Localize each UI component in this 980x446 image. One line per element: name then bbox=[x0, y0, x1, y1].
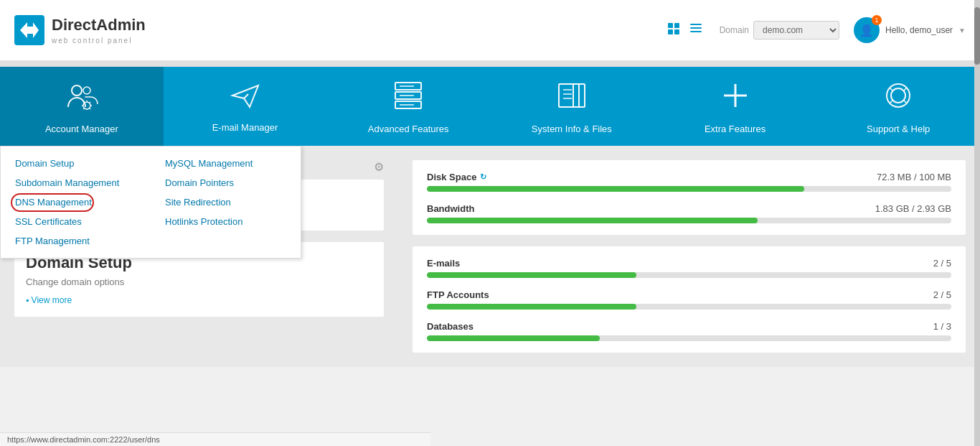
svg-line-17 bbox=[89, 108, 90, 110]
dropdown-dns-management[interactable]: DNS Management bbox=[1, 192, 151, 212]
account-manager-icon bbox=[65, 81, 98, 116]
disk-bandwidth-card: Disk Space ↻ 72.3 MB / 100 MB Bandwidth … bbox=[413, 160, 966, 235]
dropdown-ssl-certificates[interactable]: SSL Certificates bbox=[1, 212, 151, 231]
emails-progress-fill bbox=[427, 272, 636, 278]
dropdown-site-redirection[interactable]: Site Redirection bbox=[151, 192, 301, 212]
app-subtitle: web control panel bbox=[52, 37, 132, 45]
nav-label-advanced-features: Advanced Features bbox=[368, 124, 449, 134]
disk-space-stat: Disk Space ↻ 72.3 MB / 100 MB bbox=[427, 172, 951, 192]
svg-line-36 bbox=[903, 88, 906, 92]
emails-label: E-mails bbox=[427, 258, 460, 269]
domain-setup-desc: Change domain options bbox=[26, 277, 372, 287]
bandwidth-value: 1.83 GB / 2.93 GB bbox=[875, 203, 951, 214]
user-area[interactable]: 👤 1 Hello, demo_user ▼ bbox=[854, 17, 966, 43]
svg-line-35 bbox=[890, 88, 893, 92]
view-toggle bbox=[664, 19, 705, 42]
chevron-down-icon: ▼ bbox=[958, 27, 966, 34]
dropdown-col-2: MySQL Management Domain Pointers Site Re… bbox=[151, 147, 301, 258]
dropdown-domain-pointers[interactable]: Domain Pointers bbox=[151, 173, 301, 192]
databases-stat: Databases 1 / 3 bbox=[427, 321, 951, 341]
svg-point-34 bbox=[891, 88, 905, 103]
databases-value: 1 / 3 bbox=[933, 321, 951, 332]
dropdown-mysql-management[interactable]: MySQL Management bbox=[151, 154, 301, 173]
disk-space-progress-bg bbox=[427, 186, 951, 192]
nav-item-extra-features[interactable]: Extra Features bbox=[654, 67, 817, 146]
extra-features-icon bbox=[721, 81, 750, 116]
databases-label: Databases bbox=[427, 321, 473, 332]
svg-point-9 bbox=[72, 85, 82, 96]
databases-progress-fill bbox=[427, 335, 600, 341]
refresh-icon[interactable]: ↻ bbox=[480, 172, 486, 182]
ftp-progress-bg bbox=[427, 304, 951, 310]
emails-value: 2 / 5 bbox=[933, 258, 951, 269]
logo-icon bbox=[14, 15, 44, 45]
dropdown-col-1: Domain Setup Subdomain Management DNS Ma… bbox=[1, 147, 151, 258]
settings-icon[interactable]: ⚙ bbox=[374, 161, 384, 173]
svg-rect-3 bbox=[674, 23, 679, 28]
svg-point-10 bbox=[83, 87, 90, 94]
notification-badge: 1 bbox=[872, 15, 882, 25]
bandwidth-stat: Bandwidth 1.83 GB / 2.93 GB bbox=[427, 203, 951, 223]
scrollbar-thumb[interactable] bbox=[974, 7, 980, 65]
bandwidth-label: Bandwidth bbox=[427, 203, 474, 214]
dropdown-ftp-management[interactable]: FTP Management bbox=[1, 231, 151, 251]
svg-point-33 bbox=[887, 84, 910, 107]
email-manager-icon bbox=[230, 83, 261, 115]
svg-rect-4 bbox=[668, 29, 673, 34]
nav-label-extra-features: Extra Features bbox=[705, 124, 765, 134]
list-view-button[interactable] bbox=[687, 19, 705, 42]
svg-line-38 bbox=[903, 100, 906, 103]
view-more-domain[interactable]: ▪ View more bbox=[26, 295, 72, 305]
disk-space-progress-fill bbox=[427, 186, 804, 192]
svg-line-18 bbox=[89, 102, 90, 103]
svg-line-16 bbox=[83, 102, 85, 103]
ftp-progress-fill bbox=[427, 304, 636, 310]
logo-text: DirectAdmin web control panel bbox=[52, 16, 146, 45]
account-manager-dropdown: Domain Setup Subdomain Management DNS Ma… bbox=[0, 146, 301, 259]
header: DirectAdmin web control panel bbox=[0, 0, 980, 61]
header-gap bbox=[0, 61, 980, 67]
nav-label-email-manager: E-mail Manager bbox=[212, 122, 278, 133]
nav-item-system-info[interactable]: System Info & Files bbox=[490, 67, 654, 146]
dropdown-domain-setup[interactable]: Domain Setup bbox=[1, 154, 151, 173]
dropdown-hotlinks-protection[interactable]: Hotlinks Protection bbox=[151, 212, 301, 231]
svg-line-19 bbox=[83, 108, 85, 110]
emails-stat: E-mails 2 / 5 bbox=[427, 258, 951, 278]
disk-space-label: Disk Space ↻ bbox=[427, 172, 486, 182]
domain-label: Domain bbox=[720, 25, 749, 35]
svg-rect-2 bbox=[668, 23, 673, 28]
nav-item-support-help[interactable]: Support & Help bbox=[816, 67, 980, 146]
scrollbar[interactable] bbox=[974, 0, 980, 367]
user-name: Hello, demo_user bbox=[885, 25, 953, 35]
nav-item-advanced-features[interactable]: Advanced Features bbox=[326, 67, 490, 146]
svg-rect-26 bbox=[559, 84, 579, 107]
disk-space-value: 72.3 MB / 100 MB bbox=[877, 172, 951, 182]
system-info-icon bbox=[556, 81, 588, 116]
ftp-stat: FTP Accounts 2 / 5 bbox=[427, 289, 951, 310]
app-title: DirectAdmin bbox=[52, 16, 146, 34]
svg-rect-5 bbox=[674, 29, 679, 34]
nav-label-account-manager: Account Manager bbox=[45, 124, 118, 134]
emails-progress-bg bbox=[427, 272, 951, 278]
databases-progress-bg bbox=[427, 335, 951, 341]
bandwidth-progress-fill bbox=[427, 218, 758, 223]
nav-bar: Account Manager Domain Setup Subdomain M… bbox=[0, 67, 980, 146]
nav-item-email-manager[interactable]: E-mail Manager bbox=[164, 67, 327, 146]
svg-rect-6 bbox=[690, 24, 702, 25]
ftp-value: 2 / 5 bbox=[933, 289, 951, 300]
nav-label-system-info: System Info & Files bbox=[532, 124, 612, 134]
grid-view-button[interactable] bbox=[664, 19, 683, 42]
domain-select[interactable]: demo.com bbox=[753, 21, 839, 40]
nav-item-account-manager[interactable]: Account Manager Domain Setup Subdomain M… bbox=[0, 67, 164, 146]
support-help-icon bbox=[882, 81, 914, 116]
nav-label-support-help: Support & Help bbox=[867, 124, 930, 134]
domain-selector: Domain demo.com bbox=[720, 21, 839, 40]
bandwidth-progress-bg bbox=[427, 218, 951, 223]
advanced-features-icon bbox=[392, 81, 424, 116]
ftp-label: FTP Accounts bbox=[427, 289, 489, 300]
avatar: 👤 1 bbox=[854, 17, 880, 43]
accounts-card: E-mails 2 / 5 FTP Accounts 2 / 5 Dat bbox=[413, 246, 966, 353]
svg-line-37 bbox=[890, 100, 893, 103]
dropdown-subdomain-management[interactable]: Subdomain Management bbox=[1, 173, 151, 192]
svg-rect-8 bbox=[690, 31, 702, 32]
